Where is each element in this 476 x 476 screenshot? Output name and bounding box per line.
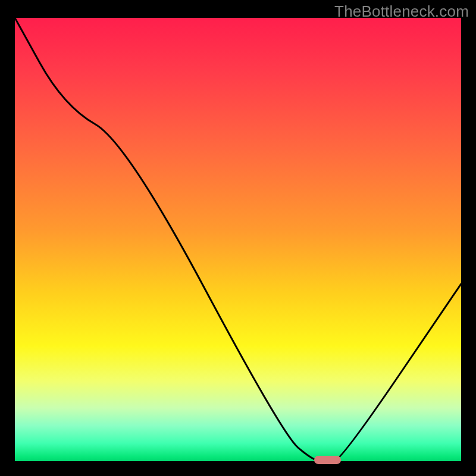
watermark-text: TheBottleneck.com: [334, 2, 469, 21]
plot-area: [15, 18, 461, 461]
bottleneck-curve: [15, 18, 461, 461]
chart-frame: TheBottleneck.com: [0, 0, 476, 476]
optimal-marker: [314, 456, 341, 464]
